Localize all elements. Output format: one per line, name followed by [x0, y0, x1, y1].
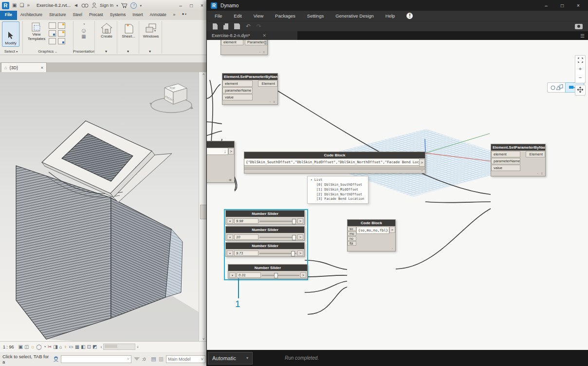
code-text[interactable]: {"DblSkin_SouthOffset","DblSkin_MidOffse…	[244, 158, 419, 166]
modify-button[interactable]: Modify	[2, 21, 19, 47]
tab-structure[interactable]: Structure	[46, 11, 70, 20]
revit-logo-icon[interactable]: R	[2, 2, 9, 9]
node-number-slider-1[interactable]: Number Slider ▾ 9.98 >	[225, 210, 305, 225]
menu-generative-design[interactable]: Generative Design	[335, 13, 374, 19]
main-model-combo[interactable]: Main Model˅	[166, 355, 205, 363]
menu-file[interactable]: File	[215, 13, 222, 19]
user-icon[interactable]	[92, 2, 97, 8]
slider-expand-icon[interactable]: ▾	[227, 218, 233, 224]
slider-track[interactable]	[259, 234, 296, 240]
close-tab-icon[interactable]: ✕	[263, 33, 267, 38]
dynamo-canvas[interactable]: element Parameter[] ▫ ≡ Element.SetParam…	[207, 40, 588, 350]
render-gallery-icon[interactable]: ▦	[81, 34, 86, 40]
editing-requests-icon[interactable]: ▤	[151, 356, 156, 362]
slider-track[interactable]	[259, 250, 296, 256]
unlock-view-icon[interactable]: ⌂	[59, 344, 62, 349]
tab-menu-icon[interactable]: ☰	[580, 33, 585, 39]
back-icon[interactable]: ◄	[74, 3, 78, 8]
detail-level-icon[interactable]: ◫	[24, 344, 29, 349]
help-dropdown-icon[interactable]: ▾	[140, 4, 142, 7]
input-port-parametername[interactable]: parameterName	[222, 87, 253, 94]
save-icon[interactable]	[234, 23, 240, 29]
dynamo-minimize-button[interactable]: –	[540, 3, 552, 8]
geometry-view-button[interactable]	[548, 83, 566, 92]
filter-icon[interactable]	[134, 357, 140, 361]
slider-handle[interactable]	[291, 251, 295, 256]
sign-in-dropdown-icon[interactable]: ▾	[116, 4, 118, 7]
run-mode-select[interactable]: Automatic ▾	[208, 352, 253, 365]
tab-steel[interactable]: Steel	[70, 11, 86, 20]
view-tab-3d[interactable]: ⌂ {3D} ×	[1, 62, 47, 72]
output-port[interactable]: >	[389, 227, 395, 233]
temporary-properties-icon[interactable]: ▦	[75, 344, 79, 349]
input-port-element[interactable]: element	[221, 40, 243, 45]
slider-track[interactable]	[262, 272, 299, 278]
output-port[interactable]: >	[419, 159, 425, 167]
windows-panel-caret[interactable]: ▾	[139, 49, 161, 54]
slider-value[interactable]: 0.31	[237, 272, 261, 278]
close-view-icon[interactable]: ×	[41, 65, 43, 70]
output-port[interactable]: >	[300, 272, 306, 278]
ribbon-display-toggle-icon[interactable]: ⏺ ▾	[179, 11, 190, 20]
input-port-parametername[interactable]: parameterName	[491, 158, 520, 164]
output-port-element[interactable]: Element	[526, 151, 545, 157]
dynamo-maximize-button[interactable]: □	[556, 3, 569, 8]
menu-edit[interactable]: Edit	[234, 13, 241, 19]
menu-help[interactable]: Help	[386, 13, 395, 19]
design-option-combo[interactable]: ˅	[61, 355, 131, 363]
horizontal-scrollbar[interactable]	[103, 344, 135, 350]
input-port-fbl[interactable]: fbl	[348, 241, 356, 246]
presentation-panel-label[interactable]: Presentation	[73, 49, 94, 54]
node-number-slider-3[interactable]: Number Slider ▾ 9.71 >	[225, 242, 305, 257]
new-file-icon[interactable]	[213, 23, 218, 30]
export-image-icon[interactable]	[575, 24, 583, 29]
slider-handle[interactable]	[292, 235, 296, 240]
search-icon[interactable]	[81, 3, 89, 8]
vscroll-thumb[interactable]	[200, 205, 207, 219]
temporary-hide-icon[interactable]: ♀	[64, 344, 68, 349]
viewcube[interactable]: TOP FRONT	[146, 77, 199, 122]
tab-annotate[interactable]: Annotate	[147, 11, 170, 20]
zoom-out-button[interactable]: −	[575, 73, 585, 82]
select-panel-label[interactable]: Select ▾	[0, 49, 22, 54]
slider-track[interactable]	[259, 218, 296, 224]
slider-value[interactable]: 9.71	[234, 250, 258, 256]
input-port-value[interactable]: value	[491, 165, 520, 171]
view-templates-button[interactable]: View Templates	[25, 22, 48, 41]
ui-toggle-icon[interactable]: ▣	[12, 3, 17, 8]
input-port-so[interactable]: so	[348, 227, 356, 231]
menu-view[interactable]: View	[254, 13, 263, 19]
reveal-hidden-icon[interactable]: ▭	[69, 344, 73, 349]
filters-icon[interactable]	[49, 38, 56, 44]
zoom-fit-button[interactable]	[575, 56, 585, 64]
menu-packages[interactable]: Packages	[275, 13, 295, 19]
shadows-icon[interactable]: ◯	[37, 344, 42, 349]
output-port-element[interactable]: Element	[258, 80, 277, 87]
open-file-icon[interactable]	[223, 23, 228, 30]
worksets-icon[interactable]: ▥	[159, 356, 164, 362]
scroll-right-icon[interactable]: ›	[137, 345, 138, 349]
qat-expand-icon[interactable]: »	[27, 3, 30, 8]
input-port-element[interactable]: element	[491, 151, 520, 157]
constraints-icon[interactable]: ◧	[81, 344, 85, 349]
node-set-parameter-left[interactable]: Element.SetParameterByName element Eleme…	[222, 73, 278, 105]
windows-button[interactable]: Windows	[140, 22, 162, 39]
menu-settings[interactable]: Settings	[307, 13, 324, 19]
slider-expand-icon[interactable]: ▾	[227, 234, 233, 240]
output-port[interactable]: >	[228, 148, 234, 154]
output-port[interactable]: >	[297, 234, 303, 240]
scroll-left-icon[interactable]: ‹	[100, 345, 102, 349]
node-partial-codeblock[interactable]: ; > ▣	[207, 141, 235, 183]
visual-style-icon[interactable]: ▣	[18, 344, 23, 349]
render-cloud-icon[interactable]: ◶	[82, 28, 86, 34]
node-code-block-expr[interactable]: Code Block so mo no fbl {so,mo,no,fbl}; …	[347, 219, 396, 251]
visibility-graphics-icon[interactable]	[49, 22, 56, 29]
hscroll-thumb[interactable]	[105, 345, 117, 348]
store-cart-icon[interactable]	[121, 2, 128, 8]
worksharing-icon[interactable]: ⊡	[87, 344, 91, 349]
remove-hidden-lines-icon[interactable]	[49, 30, 56, 37]
create-button[interactable]: Create	[96, 22, 117, 39]
dynamo-close-button[interactable]: ×	[572, 3, 585, 8]
slider-handle[interactable]	[292, 219, 296, 224]
tab-architecture[interactable]: Architecture	[17, 11, 46, 20]
